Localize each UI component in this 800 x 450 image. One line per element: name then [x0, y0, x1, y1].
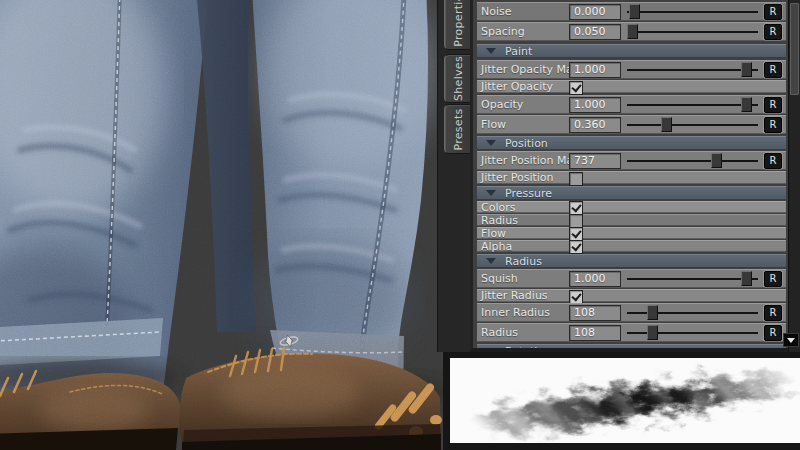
reset-button[interactable]: R	[764, 24, 782, 40]
app-window: Properties Shelves Presets Noise 0.000 R…	[0, 0, 800, 450]
collapse-arrow-icon[interactable]	[486, 190, 496, 196]
slider-handle[interactable]	[627, 24, 638, 39]
jitter-opacity-max-slider[interactable]	[627, 60, 758, 79]
row-pressure-radius: Radius	[477, 214, 786, 226]
inner-radius-slider[interactable]	[627, 303, 758, 322]
jitter-position-max-slider[interactable]	[627, 151, 758, 170]
noise-slider[interactable]	[627, 2, 758, 21]
radius-slider[interactable]	[627, 323, 758, 342]
slider-handle[interactable]	[741, 271, 752, 286]
row-spacing: Spacing 0.050 R	[477, 22, 786, 41]
row-jitter-radius: Jitter Radius	[477, 289, 786, 302]
row-opacity: Opacity 1.000 R	[477, 95, 786, 114]
brush-preview-frame	[443, 352, 800, 450]
row-pressure-alpha: Alpha	[477, 240, 786, 252]
opacity-value-input[interactable]: 1.000	[569, 97, 621, 113]
jitter-radius-checkbox[interactable]	[569, 290, 583, 304]
property-label: Radius	[481, 214, 518, 226]
properties-panel: Noise 0.000 R Spacing 0.050 R Paint Jitt…	[470, 0, 788, 352]
row-pressure-colors: Colors	[477, 201, 786, 213]
slider-handle[interactable]	[661, 117, 672, 132]
inner-radius-value-input[interactable]: 108	[569, 305, 621, 321]
spacing-value-input[interactable]: 0.050	[569, 24, 621, 40]
section-header-pressure[interactable]: Pressure	[477, 186, 786, 200]
reset-button[interactable]: R	[764, 153, 782, 169]
slider-handle[interactable]	[741, 62, 752, 77]
scroll-down-button[interactable]	[783, 333, 799, 347]
squish-value-input[interactable]: 1.000	[569, 271, 621, 287]
row-pressure-flow: Flow	[477, 227, 786, 239]
reset-button[interactable]: R	[764, 305, 782, 321]
reset-button[interactable]: R	[764, 62, 782, 78]
row-jitter-position-max: Jitter Position Max 737 R	[477, 151, 786, 170]
property-label: Colors	[481, 201, 515, 213]
row-jitter-opacity: Jitter Opacity	[477, 80, 786, 93]
collapse-arrow-icon[interactable]	[486, 48, 496, 54]
property-label: Radius	[481, 323, 518, 342]
property-label: Alpha	[481, 240, 512, 252]
row-jitter-position: Jitter Position	[477, 171, 786, 184]
radius-value-input[interactable]: 108	[569, 325, 621, 341]
property-label: Inner Radius	[481, 303, 550, 322]
property-label: Flow	[481, 115, 506, 134]
pressure-flow-checkbox[interactable]	[569, 227, 583, 241]
pressure-alpha-checkbox[interactable]	[569, 240, 583, 254]
slider-handle[interactable]	[741, 97, 752, 112]
reset-button[interactable]: R	[764, 325, 782, 341]
side-tab-strip: Properties Shelves Presets	[437, 0, 471, 352]
row-jitter-opacity-max: Jitter Opacity Max 1.000 R	[477, 60, 786, 79]
panel-scrollbar[interactable]	[788, 0, 800, 352]
tab-shelves-label: Shelves	[452, 56, 465, 101]
jitter-position-max-value-input[interactable]: 737	[569, 153, 621, 169]
reset-button[interactable]: R	[764, 271, 782, 287]
property-label: Spacing	[481, 22, 525, 41]
squish-slider[interactable]	[627, 269, 758, 288]
spacing-slider[interactable]	[627, 22, 758, 41]
tab-properties[interactable]: Properties	[444, 0, 471, 50]
jitter-opacity-checkbox[interactable]	[569, 81, 583, 95]
property-label: Jitter Opacity	[481, 80, 553, 93]
section-header-rotation[interactable]: Rotation	[477, 344, 786, 352]
jeans-boots-model	[0, 0, 443, 450]
tab-properties-label: Properties	[452, 0, 465, 47]
jitter-position-checkbox[interactable]	[569, 172, 583, 186]
brush-stroke-preview	[450, 358, 800, 443]
slider-handle[interactable]	[647, 325, 658, 340]
property-label: Jitter Radius	[481, 289, 548, 302]
pressure-radius-checkbox[interactable]	[569, 214, 583, 228]
property-label: Jitter Position	[481, 171, 554, 184]
tab-presets-label: Presets	[452, 108, 465, 150]
row-flow: Flow 0.360 R	[477, 115, 786, 134]
reset-button[interactable]: R	[764, 97, 782, 113]
noise-value-input[interactable]: 0.000	[569, 4, 621, 20]
scrollbar-thumb[interactable]	[790, 3, 799, 95]
section-header-position[interactable]: Position	[477, 136, 786, 150]
slider-handle[interactable]	[629, 4, 640, 19]
pressure-colors-checkbox[interactable]	[569, 201, 583, 215]
flow-slider[interactable]	[627, 115, 758, 134]
collapse-arrow-icon[interactable]	[486, 140, 496, 146]
row-inner-radius: Inner Radius 108 R	[477, 303, 786, 322]
tab-shelves[interactable]: Shelves	[444, 54, 471, 103]
row-squish: Squish 1.000 R	[477, 269, 786, 288]
slider-handle[interactable]	[647, 305, 658, 320]
reset-button[interactable]: R	[764, 4, 782, 20]
section-header-radius[interactable]: Radius	[477, 254, 786, 268]
flow-value-input[interactable]: 0.360	[569, 117, 621, 133]
slider-handle[interactable]	[711, 153, 722, 168]
property-label: Jitter Opacity Max	[481, 60, 579, 79]
row-noise: Noise 0.000 R	[477, 2, 786, 21]
3d-viewport[interactable]	[0, 0, 443, 450]
section-header-paint[interactable]: Paint	[477, 44, 786, 58]
property-label: Squish	[481, 269, 518, 288]
property-label: Noise	[481, 2, 512, 21]
tab-presets[interactable]: Presets	[444, 104, 471, 154]
opacity-slider[interactable]	[627, 95, 758, 114]
property-label: Flow	[481, 227, 506, 239]
jitter-opacity-max-value-input[interactable]: 1.000	[569, 62, 621, 78]
reset-button[interactable]: R	[764, 117, 782, 133]
row-radius: Radius 108 R	[477, 323, 786, 342]
property-label: Opacity	[481, 95, 523, 114]
property-label: Jitter Position Max	[481, 151, 580, 170]
collapse-arrow-icon[interactable]	[486, 258, 496, 264]
